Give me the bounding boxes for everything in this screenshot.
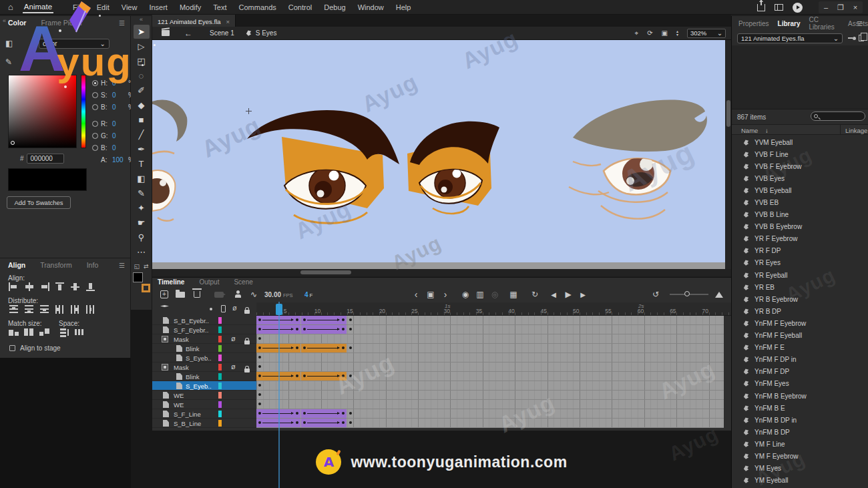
- new-folder-icon[interactable]: [176, 292, 185, 298]
- layer-name[interactable]: S_Eyeb..: [186, 354, 212, 362]
- match-width-icon[interactable]: [8, 328, 19, 336]
- zoom-stepper[interactable]: ▴▾: [676, 30, 678, 37]
- library-document-dropdown[interactable]: 121 Animated Eyes.fla⌄: [737, 33, 843, 43]
- frame-ruler[interactable]: 510152025303540455055606570: [256, 302, 731, 316]
- swap-colors-icon[interactable]: ⇄: [144, 263, 149, 270]
- layer-color-chip[interactable]: [218, 364, 222, 371]
- menu-item[interactable]: Edit: [91, 1, 116, 13]
- workspace-icon[interactable]: [775, 4, 783, 11]
- menu-item[interactable]: Commands: [233, 1, 282, 13]
- layer-frames-track[interactable]: [256, 400, 724, 409]
- stage-canvas[interactable]: [152, 40, 731, 262]
- clip-content-icon[interactable]: ▣: [662, 29, 668, 37]
- library-item[interactable]: YM Eyeball: [732, 475, 868, 487]
- current-frame-value[interactable]: 4: [304, 291, 308, 298]
- library-item[interactable]: YnFM F Eyebrow: [732, 317, 868, 329]
- tab-transform[interactable]: Transform: [40, 261, 71, 269]
- gradient-cursor[interactable]: [11, 141, 15, 145]
- column-name[interactable]: Name: [741, 127, 758, 134]
- minimize-button[interactable]: –: [819, 1, 833, 13]
- pin-library-icon[interactable]: [848, 37, 856, 39]
- hand-tool[interactable]: ☛: [134, 216, 150, 230]
- step-forward-icon[interactable]: ▶: [576, 291, 590, 298]
- layer-name[interactable]: Blink: [186, 345, 200, 352]
- close-document-icon[interactable]: ×: [226, 18, 230, 25]
- pen-tool[interactable]: ✒: [134, 142, 150, 156]
- tab-align[interactable]: Align: [8, 261, 25, 269]
- share-icon[interactable]: [757, 4, 765, 11]
- tween-span[interactable]: [301, 419, 347, 427]
- layer-color-chip[interactable]: [218, 401, 222, 408]
- library-item[interactable]: YM F Line: [732, 438, 868, 450]
- restore-button[interactable]: ❐: [833, 1, 848, 13]
- distribute-top-icon[interactable]: [8, 305, 19, 314]
- red-field[interactable]: R:0: [92, 120, 126, 128]
- layer-name[interactable]: S_B_Eyebr..: [174, 317, 209, 324]
- layer-frames-track[interactable]: [256, 325, 724, 334]
- panel-menu-icon[interactable]: ☰: [119, 19, 125, 27]
- tab-timeline[interactable]: Timeline: [158, 278, 184, 286]
- hscroll-thumb[interactable]: [300, 270, 351, 274]
- fluid-brush-tool[interactable]: ✐: [134, 83, 150, 97]
- zoom-level-dropdown[interactable]: 302%⌄: [687, 29, 726, 38]
- layer-color-chip[interactable]: [218, 373, 222, 380]
- back-arrow-icon[interactable]: ←: [184, 29, 192, 38]
- fps-value[interactable]: 30.00: [264, 291, 281, 298]
- library-item[interactable]: YVB EB: [732, 196, 868, 208]
- visibility-column-icon[interactable]: ø: [232, 304, 237, 312]
- layer-color-chip[interactable]: [218, 392, 222, 399]
- timeline-layer-row[interactable]: Mask ø: [152, 362, 731, 372]
- onion-skin-range-icon[interactable]: ◎: [487, 290, 502, 299]
- match-width-height-icon[interactable]: [39, 328, 50, 336]
- timeline-layer-row[interactable]: WE ø: [152, 391, 731, 400]
- menu-item[interactable]: View: [116, 1, 144, 13]
- red-radio[interactable]: [92, 121, 98, 127]
- library-item[interactable]: YnFM B DP: [732, 426, 868, 438]
- subselection-tool[interactable]: ▷: [134, 39, 150, 53]
- menu-item[interactable]: File: [67, 1, 91, 13]
- lock-column-icon[interactable]: [244, 310, 250, 314]
- library-search-input[interactable]: [811, 111, 865, 121]
- brightness-radio[interactable]: [92, 104, 98, 110]
- library-panel-tab[interactable]: Library: [778, 20, 801, 27]
- timeline-layer-row[interactable]: Mask ø: [152, 334, 731, 344]
- distribute-bottom-icon[interactable]: [39, 305, 50, 314]
- layer-frames-track[interactable]: [256, 372, 724, 381]
- zoom-tool[interactable]: ⚲: [134, 230, 150, 244]
- layer-name[interactable]: WE: [174, 392, 184, 399]
- tab-output[interactable]: Output: [199, 278, 219, 286]
- menu-item[interactable]: Control: [282, 1, 318, 13]
- layer-color-chip[interactable]: [218, 383, 222, 389]
- camera-icon[interactable]: [214, 292, 224, 298]
- library-item[interactable]: YVB F Line: [732, 148, 868, 160]
- tween-span[interactable]: [301, 372, 347, 381]
- align-right-icon[interactable]: [39, 282, 50, 291]
- graph-editor-icon[interactable]: ∿: [246, 290, 261, 299]
- document-tab[interactable]: 121 Animated Eyes.fla ×: [152, 15, 236, 27]
- library-item[interactable]: YR EB: [732, 281, 868, 293]
- distribute-left-icon[interactable]: [54, 305, 65, 314]
- distribute-right-icon[interactable]: [85, 305, 96, 314]
- layer-hidden-icon[interactable]: ø: [231, 334, 236, 342]
- timeline-zoom-max-icon[interactable]: [715, 292, 723, 298]
- timeline-layer-row[interactable]: Blink ø: [152, 344, 731, 353]
- library-item[interactable]: YM F Eyebrow: [732, 450, 868, 462]
- next-keyframe-icon[interactable]: ›: [438, 289, 453, 300]
- free-transform-tool[interactable]: ◰: [134, 54, 150, 68]
- library-item[interactable]: YnFM F E: [732, 342, 868, 354]
- tween-span[interactable]: [301, 325, 347, 334]
- asset-warp-tool[interactable]: ✦: [134, 201, 150, 215]
- layer-color-chip[interactable]: [218, 336, 222, 342]
- layer-name[interactable]: S_F_Eyebr..: [174, 326, 208, 334]
- tween-span[interactable]: [301, 316, 347, 324]
- stroke-color-icon[interactable]: ✎: [5, 57, 13, 67]
- stroke-color-swatch[interactable]: [142, 284, 150, 292]
- layer-name[interactable]: S_B_Line: [174, 420, 201, 427]
- rotate-view-icon[interactable]: ⟳: [647, 29, 652, 37]
- collapse-tools-icon[interactable]: «: [131, 16, 152, 24]
- library-item[interactable]: YnFM B Eyebrow: [732, 390, 868, 402]
- delete-layer-icon[interactable]: [194, 291, 200, 298]
- layer-color-chip[interactable]: [218, 420, 222, 427]
- layer-name[interactable]: WE: [174, 401, 184, 409]
- layer-name[interactable]: Mask: [174, 364, 189, 371]
